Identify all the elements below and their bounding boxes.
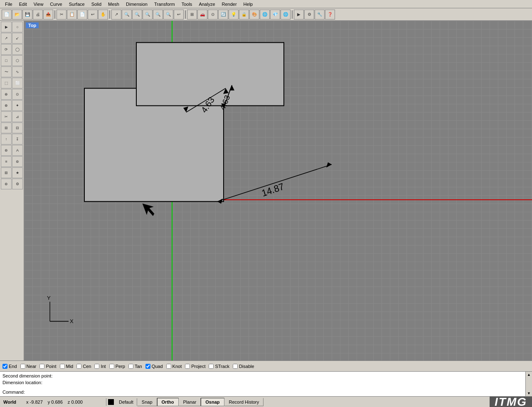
offset-tool[interactable]: ⊟	[12, 123, 23, 133]
zoom-window-btn[interactable]: 🔍	[122, 10, 132, 20]
snap-near-checkbox[interactable]	[20, 364, 25, 369]
snap-mid[interactable]: Mid	[60, 364, 74, 369]
analyze-tool[interactable]: ⊛	[1, 179, 12, 189]
snap-int-checkbox[interactable]	[94, 364, 99, 369]
render-tool[interactable]: ★	[12, 167, 23, 178]
revolve-tool[interactable]: ⊙	[12, 89, 23, 100]
trim-tool[interactable]: ✂	[1, 111, 12, 122]
move-tool[interactable]: ↑	[1, 134, 12, 145]
snap-project[interactable]: Project	[185, 364, 205, 369]
menu-transform[interactable]: Transform	[151, 1, 178, 7]
menu-file[interactable]: File	[2, 1, 16, 7]
snap-strack[interactable]: STrack	[209, 364, 229, 369]
cmd-input[interactable]	[26, 390, 276, 395]
arc-tool[interactable]: ⟳	[1, 44, 12, 55]
zoom-btn[interactable]: ↗	[111, 10, 121, 20]
scale-tool[interactable]: ↧	[12, 134, 23, 145]
zoom-extent-btn[interactable]: 🔍	[163, 10, 173, 20]
open-btn[interactable]: 📂	[12, 10, 22, 20]
snap-end[interactable]: End	[2, 364, 17, 369]
snap-tan[interactable]: Tan	[128, 364, 142, 369]
extrude-tool[interactable]: ⊕	[1, 89, 12, 100]
zoom-select-btn[interactable]: 🔍	[143, 10, 153, 20]
status-planar-btn[interactable]: Planar	[179, 398, 201, 406]
snap-point[interactable]: Point	[39, 364, 56, 369]
boolean-tool[interactable]: ⊕	[1, 100, 12, 111]
point-tool[interactable]: ○	[12, 22, 23, 32]
layer-tool[interactable]: ⊚	[12, 156, 23, 167]
snap-strack-checkbox[interactable]	[209, 364, 214, 369]
pan-btn[interactable]: ✋	[98, 10, 108, 20]
dim-tool[interactable]: ⊛	[1, 145, 12, 156]
menu-surface[interactable]: Surface	[66, 1, 88, 7]
globe-btn[interactable]: 🌐	[260, 10, 270, 20]
curve-tool[interactable]: 〜	[1, 66, 12, 77]
export-btn[interactable]: 📤	[43, 10, 53, 20]
grid-btn[interactable]: ⊞	[187, 10, 197, 20]
menu-dimension[interactable]: Dimension	[123, 1, 151, 7]
split-tool[interactable]: ⊿	[12, 111, 23, 122]
snap-point-checkbox[interactable]	[39, 364, 44, 369]
snap-int[interactable]: Int	[94, 364, 106, 369]
scroll-down[interactable]: ▼	[526, 390, 532, 396]
tool-btn[interactable]: 🔧	[315, 10, 325, 20]
status-snap-btn[interactable]: Snap	[137, 398, 157, 406]
snap-perp[interactable]: Perp	[109, 364, 125, 369]
snap-cen[interactable]: Cen	[76, 364, 91, 369]
snap-quad[interactable]: Quad	[145, 364, 163, 369]
zoom-dynamic-btn[interactable]: 🔍	[132, 10, 142, 20]
snap-end-checkbox[interactable]	[2, 364, 7, 369]
cmd-prompt-area[interactable]: Command:	[2, 390, 276, 395]
snap-knot[interactable]: Knot	[166, 364, 182, 369]
status-osnap-btn[interactable]: Osnap	[201, 398, 224, 406]
new-btn[interactable]: 📄	[2, 10, 12, 20]
menu-curve[interactable]: Curve	[47, 1, 65, 7]
help-btn[interactable]: ❓	[325, 10, 335, 20]
zoom-all-btn[interactable]: 🔍	[153, 10, 163, 20]
text-tool[interactable]: A	[12, 145, 23, 156]
mirror-tool[interactable]: ⊞	[1, 123, 12, 133]
status-ortho-btn[interactable]: Ortho	[157, 398, 179, 406]
car-btn[interactable]: 🚗	[197, 10, 207, 20]
fillet-tool[interactable]: ✦	[12, 100, 23, 111]
select-tool[interactable]: ▶	[1, 22, 12, 32]
surface-tool[interactable]: ⬚	[1, 78, 12, 88]
print-btn[interactable]: 🖨	[33, 10, 43, 20]
rect-tool[interactable]: □	[1, 55, 12, 66]
copy-btn[interactable]: 📋	[67, 10, 77, 20]
menu-help[interactable]: Help	[240, 1, 256, 7]
menu-tools[interactable]: Tools	[178, 1, 196, 7]
misc-tool[interactable]: ⚙	[12, 179, 23, 189]
snap-perp-checkbox[interactable]	[109, 364, 114, 369]
save-btn[interactable]: 💾	[22, 10, 32, 20]
status-record-btn[interactable]: Record History	[224, 398, 264, 406]
zoom-prev-btn[interactable]: ↩	[174, 10, 184, 20]
paste-btn[interactable]: 📄	[77, 10, 87, 20]
polyline-tool[interactable]: ↙	[12, 33, 23, 44]
globe2-btn[interactable]: 🌐	[281, 10, 291, 20]
lock-btn[interactable]: 🔒	[239, 10, 249, 20]
circle-tool[interactable]: ◯	[12, 44, 23, 55]
snap-tan-checkbox[interactable]	[128, 364, 133, 369]
undo-btn[interactable]: ↩	[88, 10, 98, 20]
play-btn[interactable]: ▶	[294, 10, 304, 20]
menu-render[interactable]: Render	[219, 1, 240, 7]
block-tool[interactable]: ⊞	[1, 167, 12, 178]
color-btn[interactable]: 🎨	[249, 10, 259, 20]
menu-mesh[interactable]: Mesh	[105, 1, 123, 7]
cut-btn[interactable]: ✂	[57, 10, 66, 20]
menu-edit[interactable]: Edit	[16, 1, 30, 7]
snap-project-checkbox[interactable]	[185, 364, 190, 369]
settings-btn[interactable]: ⚙	[304, 10, 314, 20]
menu-analyze[interactable]: Analyze	[195, 1, 218, 7]
spline-tool[interactable]: ∿	[12, 66, 23, 77]
snap-mid-checkbox[interactable]	[60, 364, 65, 369]
hatch-tool[interactable]: ≡	[1, 156, 12, 167]
circle-btn[interactable]: ⊙	[208, 10, 218, 20]
viewport[interactable]: Top 4.63 4.63	[24, 21, 532, 360]
snap-quad-checkbox[interactable]	[145, 364, 150, 369]
menu-view[interactable]: View	[30, 1, 47, 7]
snap-disable[interactable]: Disable	[233, 364, 254, 369]
light-btn[interactable]: 💡	[229, 10, 239, 20]
gem-btn[interactable]: 💎	[270, 10, 280, 20]
